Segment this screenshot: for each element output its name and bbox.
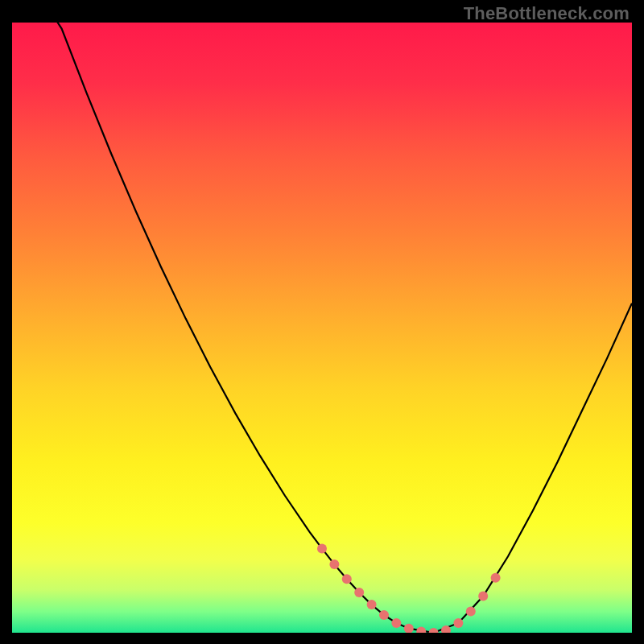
curve-marker (354, 588, 364, 597)
watermark-label: TheBottleneck.com (464, 3, 630, 24)
curve-marker (367, 600, 377, 609)
curve-marker (329, 559, 339, 569)
plot-area (12, 23, 632, 633)
curve-marker (478, 592, 488, 601)
gradient-background (12, 23, 632, 633)
curve-marker (391, 618, 401, 628)
bottleneck-curve-chart (12, 23, 632, 633)
curve-marker (453, 618, 463, 628)
curve-marker (379, 610, 389, 620)
curve-marker (317, 543, 327, 553)
curve-marker (466, 607, 476, 617)
chart-frame: TheBottleneck.com (0, 0, 644, 644)
curve-marker (342, 574, 352, 584)
curve-marker (491, 573, 501, 583)
